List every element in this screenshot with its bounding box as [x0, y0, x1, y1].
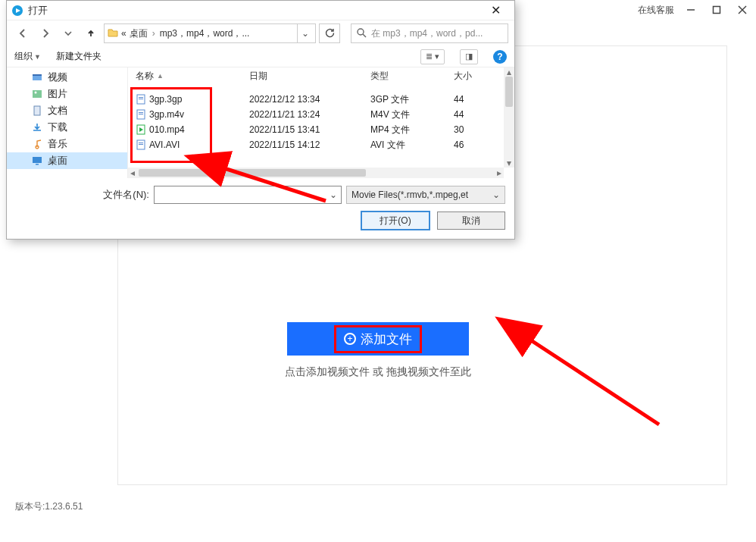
desktop-icon	[31, 155, 43, 167]
plus-circle-icon: +	[344, 333, 356, 345]
chevron-down-icon: ▼	[34, 53, 41, 61]
tree-item-download[interactable]: 下载	[7, 119, 127, 136]
close-dialog-button[interactable]: ✕	[481, 2, 510, 20]
svg-rect-14	[36, 164, 39, 165]
image-icon	[31, 88, 43, 100]
nav-recent-button[interactable]	[58, 23, 78, 43]
col-name[interactable]: 名称▲	[128, 70, 242, 83]
tree-item-image[interactable]: 图片	[7, 86, 127, 102]
file-row[interactable]: 3gp.3gp2022/12/12 13:343GP 文件44	[128, 92, 514, 107]
dialog-nav: « 桌面 › mp3，mp4，word，... ⌄ 在 mp3，mp4，word…	[7, 20, 514, 46]
scroll-left-icon[interactable]: ◂	[128, 168, 137, 178]
tree-item-doc[interactable]: 文档	[7, 102, 127, 119]
svg-rect-13	[33, 157, 42, 163]
chevron-right-icon: ›	[151, 28, 157, 39]
col-date[interactable]: 日期	[242, 70, 363, 83]
filetype-select[interactable]: Movie Files(*.rmvb,*.mpeg,et ⌄	[346, 186, 505, 204]
svg-rect-9	[33, 74, 42, 76]
svg-rect-19	[139, 112, 143, 113]
svg-point-6	[358, 29, 364, 35]
app-titlebar: 在线客服	[638, 0, 756, 20]
filetype-label: Movie Files(*.rmvb,*.mpeg,et	[351, 190, 468, 200]
open-dialog: 打开 ✕ « 桌面 › mp3，mp4，word，... ⌄ 在 mp3，mp4…	[6, 0, 515, 240]
nav-back-button[interactable]	[13, 23, 33, 43]
dialog-titlebar: 打开 ✕	[7, 1, 514, 20]
tree-item-music[interactable]: 音乐	[7, 136, 127, 152]
scroll-down-icon[interactable]: ▾	[504, 158, 514, 168]
filename-label: 文件名(N):	[103, 188, 149, 202]
svg-rect-10	[33, 90, 42, 98]
add-file-label: 添加文件	[361, 331, 412, 348]
add-file-button[interactable]: + 添加文件	[287, 322, 469, 356]
horizontal-scrollbar[interactable]: ◂ ▸	[128, 168, 504, 178]
online-service-link[interactable]: 在线客服	[638, 4, 674, 17]
path-prefix: «	[121, 28, 127, 39]
path-seg-1[interactable]: mp3，mp4，word，...	[160, 27, 250, 40]
minimize-button[interactable]	[682, 1, 700, 19]
svg-rect-25	[139, 144, 143, 145]
search-placeholder: 在 mp3，mp4，word，pd...	[371, 27, 483, 40]
sort-asc-icon: ▲	[157, 72, 164, 80]
path-seg-0[interactable]: 桌面	[130, 27, 148, 40]
doc-icon	[31, 105, 43, 117]
tree-item-desktop[interactable]: 桌面	[7, 152, 127, 169]
svg-rect-12	[34, 106, 40, 115]
maximize-button[interactable]	[708, 1, 726, 19]
download-icon	[31, 121, 43, 133]
svg-point-11	[35, 92, 37, 94]
file-row[interactable]: AVI.AVI2022/11/15 14:12AVI 文件46	[128, 137, 514, 152]
svg-rect-17	[139, 99, 143, 99]
list-header: 名称▲ 日期 类型 大小	[128, 67, 514, 84]
version-label: 版本号:1.23.6.51	[15, 500, 83, 513]
file-row[interactable]: 010.mp42022/11/15 13:41MP4 文件30	[128, 122, 514, 137]
close-app-button[interactable]	[733, 1, 751, 19]
file-icon	[136, 94, 146, 105]
col-type[interactable]: 类型	[363, 70, 446, 83]
preview-pane-button[interactable]: ◨	[460, 49, 478, 64]
refresh-button[interactable]	[319, 23, 340, 43]
dialog-body: 视频图片文档下载音乐桌面 名称▲ 日期 类型 大小 3gp.3gp2022/12…	[7, 67, 514, 178]
path-box[interactable]: « 桌面 › mp3，mp4，word，... ⌄	[104, 23, 316, 43]
chevron-down-icon[interactable]: ⌄	[327, 187, 339, 202]
file-icon	[136, 109, 146, 120]
nav-forward-button[interactable]	[36, 23, 55, 43]
filename-input[interactable]: ⌄	[154, 186, 342, 204]
scroll-up-icon[interactable]: ▴	[504, 67, 514, 77]
scroll-thumb-h[interactable]	[139, 169, 366, 177]
chevron-down-icon: ⌄	[492, 190, 500, 200]
file-icon	[136, 139, 146, 150]
dialog-toolbar: 组织▼ 新建文件夹 ≣ ▾ ◨ ?	[7, 46, 514, 67]
scroll-thumb-v[interactable]	[505, 77, 513, 107]
svg-line-7	[363, 34, 366, 37]
svg-rect-16	[139, 97, 143, 98]
app-icon	[11, 5, 23, 17]
svg-rect-1	[714, 7, 720, 14]
file-icon	[136, 124, 146, 135]
file-row[interactable]: 3gp.m4v2022/11/21 13:24M4V 文件44	[128, 107, 514, 122]
vertical-scrollbar[interactable]: ▴ ▾	[504, 67, 514, 168]
open-button[interactable]: 打开(O)	[361, 211, 430, 230]
search-input[interactable]: 在 mp3，mp4，word，pd...	[351, 23, 508, 43]
tree-item-video[interactable]: 视频	[7, 69, 127, 86]
dialog-title: 打开	[28, 4, 481, 17]
nav-tree: 视频图片文档下载音乐桌面	[7, 67, 128, 178]
music-icon	[31, 138, 43, 150]
file-list: 名称▲ 日期 类型 大小 3gp.3gp2022/12/12 13:343GP …	[128, 67, 514, 178]
folder-icon	[108, 27, 118, 40]
video-icon	[31, 71, 43, 83]
new-folder-button[interactable]: 新建文件夹	[56, 50, 102, 63]
view-mode-button[interactable]: ≣ ▾	[420, 49, 445, 64]
path-dropdown[interactable]: ⌄	[297, 24, 312, 42]
drop-hint: 点击添加视频文件 或 拖拽视频文件至此	[285, 365, 471, 379]
svg-rect-24	[139, 143, 143, 143]
organize-button[interactable]: 组织▼	[14, 50, 41, 63]
help-button[interactable]: ?	[493, 50, 507, 64]
scroll-right-icon[interactable]: ▸	[495, 168, 504, 178]
search-icon	[356, 27, 367, 40]
cancel-button[interactable]: 取消	[437, 211, 505, 230]
dialog-bottom: 文件名(N): ⌄ Movie Files(*.rmvb,*.mpeg,et ⌄…	[7, 178, 514, 237]
svg-rect-20	[139, 114, 143, 114]
nav-up-button[interactable]	[81, 23, 101, 43]
